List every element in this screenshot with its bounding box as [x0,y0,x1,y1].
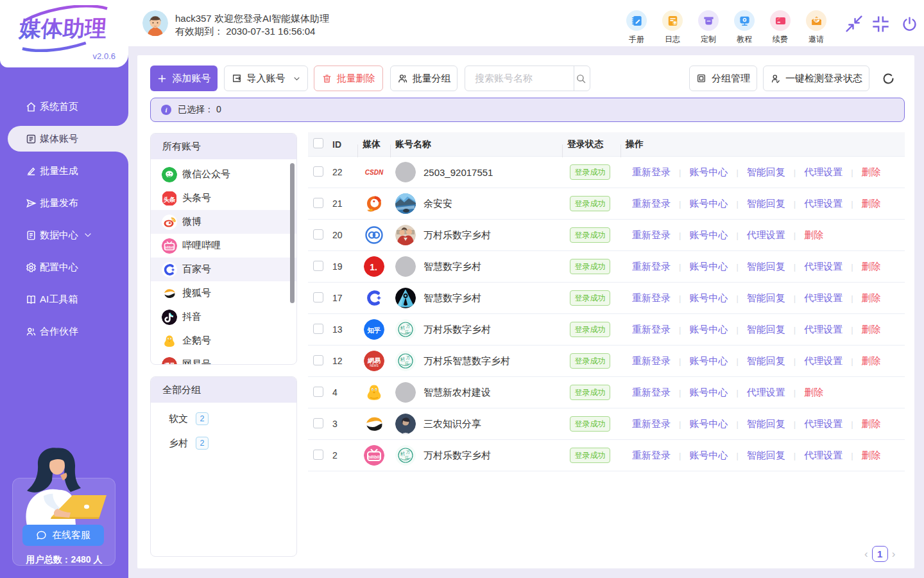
svg-text:網易: 網易 [164,362,175,365]
svg-text:头条: 头条 [163,195,176,202]
svg-text:bilibili: bilibili [164,245,175,249]
svg-text:媒体助理: 媒体助理 [18,16,108,40]
